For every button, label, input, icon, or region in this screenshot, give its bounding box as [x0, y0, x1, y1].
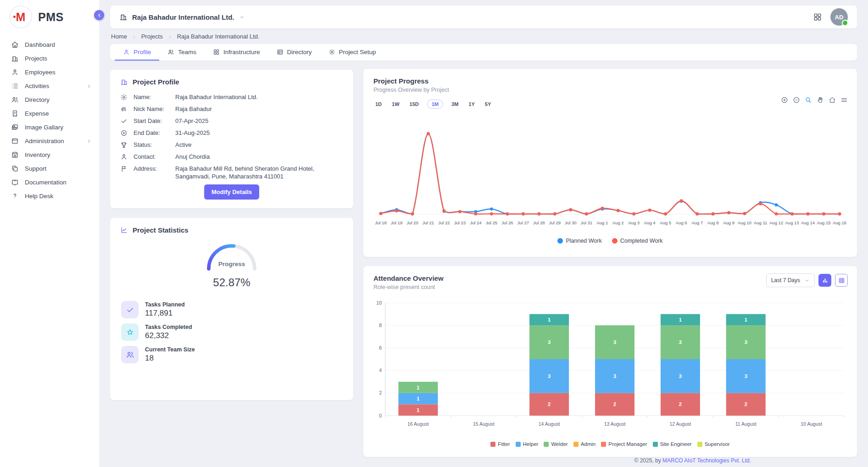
menu-button[interactable] [840, 95, 848, 104]
sidebar-item-documentation[interactable]: Documentation [0, 175, 99, 189]
sidebar-item-label: Support [25, 165, 46, 172]
sidebar-item-image-gallary[interactable]: Image Gallary [0, 120, 99, 134]
project-progress-card: Project Progress Progress Overview by Pr… [363, 69, 857, 257]
svg-text:1: 1 [679, 317, 682, 322]
chevron-left-icon [96, 12, 102, 18]
range-1d-button[interactable]: 1D [373, 100, 384, 108]
breadcrumb-item-home[interactable]: Home [111, 33, 127, 40]
sidebar-item-label: Projects [25, 55, 47, 62]
footer-text: © 2025, by [634, 457, 662, 464]
sidebar-item-dashboard[interactable]: Dashboard [0, 38, 99, 51]
avatar[interactable]: AD [830, 8, 848, 26]
svg-text:Aug 8: Aug 8 [707, 220, 719, 225]
attendance-chart-legend: FitterHelperWelderAdminProject ManagerSi… [363, 441, 857, 447]
svg-text:1: 1 [417, 396, 419, 401]
progress-percent: 52.87% [110, 276, 353, 289]
check-icon [126, 306, 134, 314]
star-icon [126, 328, 134, 337]
circle-dot-icon [120, 129, 128, 137]
apps-grid-button[interactable] [813, 12, 822, 22]
brand-m-icon: M [9, 6, 32, 28]
progress-card-subtitle: Progress Overview by Project [363, 85, 857, 93]
progress-line-chart: Jul 18Jul 19Jul 20Jul 21Jul 22Jul 23Jul … [372, 120, 849, 228]
directory-icon [11, 96, 19, 104]
svg-text:Aug 11: Aug 11 [754, 220, 767, 225]
svg-text:0: 0 [379, 413, 382, 418]
legend-welder[interactable]: Welder [544, 441, 568, 447]
pan-button[interactable] [817, 95, 824, 104]
sidebar-item-directory[interactable]: Directory [0, 93, 99, 106]
profile-field-status: Status:Active [120, 141, 343, 149]
tab-infrastructure[interactable]: Infrastructure [205, 44, 268, 61]
sidebar-item-inventory[interactable]: Inventory [0, 148, 99, 161]
zoom-in-button[interactable] [781, 95, 788, 104]
svg-text:Jul 25: Jul 25 [486, 220, 497, 225]
tab-project-setup[interactable]: Project Setup [320, 44, 384, 61]
legend-site-engineer[interactable]: Site Engineer [653, 441, 692, 447]
range-3m-button[interactable]: 3M [450, 100, 460, 108]
profile-field-nick-name: Nick Name:Raja Bahadur [120, 105, 343, 113]
sidebar-item-employees[interactable]: Employees [0, 65, 99, 79]
svg-text:1: 1 [417, 385, 419, 390]
sidebar-item-label: Image Gallary [25, 124, 63, 131]
range-1y-button[interactable]: 1Y [467, 100, 476, 108]
range-5y-button[interactable]: 5Y [483, 100, 493, 108]
sidebar-item-label: Administration [25, 138, 64, 145]
svg-text:Jul 22: Jul 22 [438, 220, 450, 225]
sidebar-item-support[interactable]: Support [0, 161, 99, 175]
legend-completed-work[interactable]: Completed Work [612, 238, 663, 244]
selection-zoom-button[interactable] [805, 95, 812, 104]
tab-teams[interactable]: Teams [159, 44, 205, 61]
tab-profile[interactable]: Profile [115, 44, 159, 61]
reset-home-icon [829, 96, 836, 104]
svg-text:Jul 31: Jul 31 [581, 220, 592, 225]
profile-fields: Name:Raja Bahadur International Ltd.Nick… [110, 86, 353, 180]
top-header: Raja Bahadur International Ltd. AD [110, 6, 857, 28]
legend-admin[interactable]: Admin [573, 441, 596, 447]
tab-directory[interactable]: Directory [268, 44, 320, 61]
project-profile-card: Project Profile Name:Raja Bahadur Intern… [110, 70, 353, 208]
online-status-dot [842, 20, 848, 26]
range-15d-button[interactable]: 15D [408, 100, 421, 108]
modify-details-button[interactable]: Modify Details [204, 184, 259, 200]
range-1m-button[interactable]: 1M [427, 100, 443, 109]
progress-gauge-arc: Progress [193, 240, 271, 272]
sidebar-item-expense[interactable]: Expense [0, 106, 99, 120]
project-selector[interactable]: Raja Bahadur International Ltd. [119, 13, 245, 21]
directory-icon [167, 49, 174, 56]
chart-view-toggle[interactable] [818, 274, 831, 287]
reset-zoom-button[interactable] [829, 95, 836, 104]
flag-icon [120, 165, 128, 172]
zoom-out-button[interactable] [793, 95, 800, 104]
svg-text:Jul 19: Jul 19 [391, 220, 402, 225]
range-1w-button[interactable]: 1W [390, 100, 401, 108]
svg-text:1: 1 [548, 317, 551, 322]
sidebar-menu: DashboardProjectsEmployeesActivitiesDire… [0, 38, 99, 203]
legend-fitter[interactable]: Fitter [490, 441, 510, 447]
sidebar-item-help-desk[interactable]: Help Desk [0, 189, 99, 203]
project-statistics-card: Project Statistics Progress 52.87% Tasks… [110, 218, 353, 400]
breadcrumb-item-projects[interactable]: Projects [141, 33, 163, 40]
table-view-toggle[interactable] [835, 274, 848, 287]
svg-text:Jul 27: Jul 27 [517, 220, 529, 225]
legend-project-manager[interactable]: Project Manager [601, 441, 647, 447]
sidebar-item-administration[interactable]: Administration [0, 134, 99, 148]
legend-supervisor[interactable]: Supervisor [697, 441, 730, 447]
profile-field-end-date: End Date:31-Aug-2025 [120, 129, 343, 137]
svg-text:Jul 28: Jul 28 [533, 220, 545, 225]
svg-text:3: 3 [548, 339, 551, 345]
svg-text:Jul 21: Jul 21 [423, 220, 434, 225]
app-logo[interactable]: M PMS [0, 0, 99, 28]
sidebar-item-activities[interactable]: Activities [0, 79, 99, 93]
svg-text:Jul 20: Jul 20 [406, 220, 418, 225]
legend-planned-work[interactable]: Planned Work [557, 238, 601, 244]
progress-chart-legend: Planned WorkCompleted Work [363, 238, 857, 244]
legend-helper[interactable]: Helper [516, 441, 539, 447]
footer-company-link[interactable]: MARCO AIoT Technologies Pvt. Ltd. [662, 457, 751, 464]
svg-text:Aug 13: Aug 13 [785, 220, 799, 225]
sidebar-collapse-button[interactable] [94, 10, 104, 20]
svg-text:Aug 10: Aug 10 [738, 220, 751, 225]
grid-apps-icon [213, 49, 220, 56]
sidebar-item-projects[interactable]: Projects [0, 51, 99, 65]
days-filter-select[interactable]: Last 7 Days [766, 273, 815, 287]
